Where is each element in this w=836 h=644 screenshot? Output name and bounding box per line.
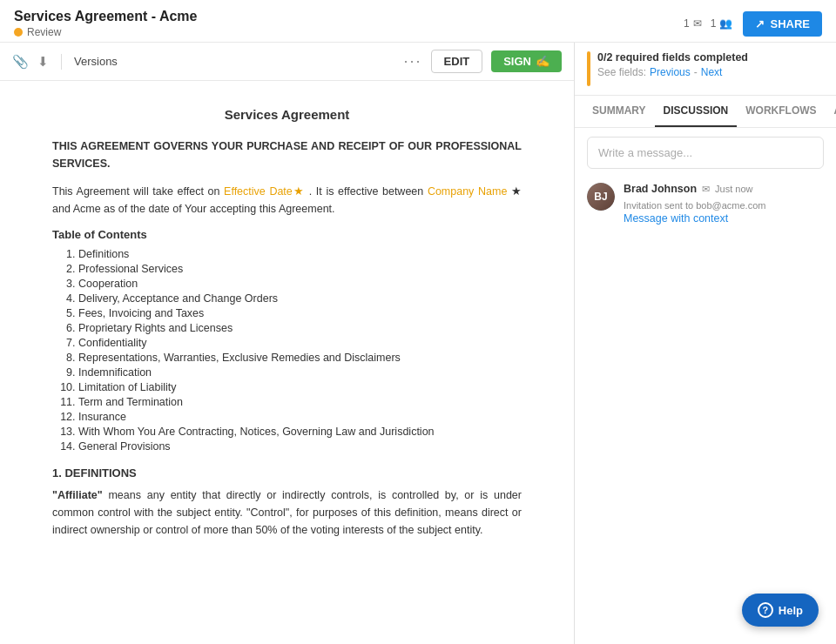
- avatar-image: BJ: [587, 183, 615, 211]
- toc-item: Delivery, Acceptance and Change Orders: [78, 292, 522, 305]
- message-author: Brad Johnson: [624, 183, 697, 195]
- mail-icon: ✉: [693, 17, 702, 30]
- share-button[interactable]: ↗ SHARE: [743, 11, 822, 37]
- discussion-area: Write a message... BJ Brad Johnson ✉ Jus…: [575, 128, 836, 644]
- tab-summary[interactable]: SUMMARY: [583, 96, 655, 127]
- message-context-link[interactable]: Message with context: [624, 212, 824, 225]
- section1-text: "Affiliate" means any entity that direct…: [52, 486, 522, 539]
- help-label: Help: [779, 604, 803, 617]
- download-icon[interactable]: ⬇: [37, 54, 49, 70]
- document-panel: 📎 ⬇ Versions ··· EDIT SIGN ✍ Services Ag…: [0, 43, 575, 644]
- fields-info: 0/2 required fields completed See fields…: [597, 51, 824, 78]
- pen-icon: ✍: [536, 55, 549, 68]
- header-right: 1 ✉ 1 👥 ↗ SHARE: [684, 11, 822, 37]
- toc-item: Representations, Warranties, Exclusive R…: [78, 352, 522, 364]
- message-item: BJ Brad Johnson ✉ Just now Invitation se…: [587, 183, 824, 225]
- toolbar-divider: [61, 54, 62, 70]
- tabs-bar: SUMMARY DISCUSSION WORKFLOWS AUDIT ⋮: [575, 96, 836, 128]
- toc-item: General Provisions: [78, 440, 522, 453]
- main-layout: 📎 ⬇ Versions ··· EDIT SIGN ✍ Services Ag…: [0, 43, 836, 644]
- toc-item: Indemnification: [78, 366, 522, 379]
- toc-item: Professional Services: [78, 263, 522, 275]
- message-time: Just now: [715, 184, 752, 194]
- edit-button[interactable]: EDIT: [431, 50, 483, 73]
- section1-heading: 1. DEFINITIONS: [52, 466, 522, 480]
- doc-heading: Services Agreement: [52, 107, 522, 122]
- email-icon: ✉: [702, 184, 710, 195]
- fields-title: 0/2 required fields completed: [597, 51, 824, 64]
- toc-list: DefinitionsProfessional ServicesCooperat…: [52, 248, 522, 453]
- doc-effective: This Agreement will take effect on Effec…: [52, 183, 522, 218]
- fields-banner: 0/2 required fields completed See fields…: [575, 43, 836, 96]
- toc-item: Proprietary Rights and Licenses: [78, 322, 522, 334]
- toc-item: Insurance: [78, 411, 522, 423]
- mail-notification[interactable]: 1 ✉: [684, 17, 702, 30]
- message-header: Brad Johnson ✉ Just now Invitation sent …: [624, 183, 824, 211]
- sign-button[interactable]: SIGN ✍: [491, 50, 562, 72]
- avatar: BJ: [587, 183, 615, 211]
- tab-discussion[interactable]: DISCUSSION: [655, 96, 738, 127]
- help-icon: ?: [758, 602, 773, 618]
- company-name: Company Name: [428, 185, 507, 198]
- review-label: Review: [27, 26, 61, 38]
- mail-count: 1: [684, 17, 690, 30]
- toc-item: Fees, Invoicing and Taxes: [78, 307, 522, 319]
- fields-nav: See fields: Previous - Next: [597, 66, 824, 78]
- people-notification[interactable]: 1 👥: [711, 17, 733, 30]
- fields-dash: -: [694, 66, 698, 78]
- share-label: SHARE: [770, 17, 810, 30]
- doc-toolbar: 📎 ⬇ Versions ··· EDIT SIGN ✍: [0, 43, 574, 81]
- document-content: Services Agreement THIS AGREEMENT GOVERN…: [0, 81, 574, 644]
- tab-workflows[interactable]: WORKFLOWS: [737, 96, 825, 127]
- toc-title: Table of Contents: [52, 228, 522, 241]
- toc-item: Cooperation: [78, 278, 522, 290]
- help-button[interactable]: ? Help: [742, 594, 819, 627]
- toc-item: Term and Termination: [78, 396, 522, 408]
- paperclip-icon[interactable]: 📎: [12, 54, 29, 70]
- tab-audit[interactable]: AUDIT: [826, 96, 836, 127]
- people-icon: 👥: [719, 17, 732, 30]
- people-count: 1: [711, 17, 717, 30]
- share-icon: ↗: [755, 17, 765, 30]
- more-options-icon[interactable]: ···: [404, 52, 422, 70]
- versions-label[interactable]: Versions: [74, 55, 118, 68]
- toc-item: With Whom You Are Contracting, Notices, …: [78, 426, 522, 438]
- sign-label: SIGN: [503, 55, 531, 68]
- effective-before: This Agreement will take effect on: [52, 185, 219, 198]
- header: Services Agreement - Acme Review 1 ✉ 1 👥…: [0, 0, 836, 43]
- message-input[interactable]: Write a message...: [587, 137, 824, 169]
- toc-item: Confidentiality: [78, 337, 522, 349]
- doc-intro: THIS AGREEMENT GOVERNS YOUR PURCHASE AND…: [52, 138, 522, 172]
- header-left: Services Agreement - Acme Review: [14, 9, 197, 38]
- message-sub: Invitation sent to bob@acme.com: [624, 200, 765, 211]
- toc-item: Definitions: [78, 248, 522, 260]
- message-body: Brad Johnson ✉ Just now Invitation sent …: [624, 183, 824, 225]
- doc-title: Services Agreement - Acme: [14, 9, 197, 24]
- effective-mid: . It is effective between: [309, 185, 424, 198]
- fields-accent: [587, 51, 590, 86]
- effective-date: Effective Date★: [224, 185, 305, 198]
- previous-link[interactable]: Previous: [650, 66, 691, 78]
- toc-item: Limitation of Liability: [78, 381, 522, 393]
- review-badge: Review: [14, 26, 197, 38]
- review-dot: [14, 28, 23, 37]
- next-link[interactable]: Next: [701, 66, 723, 78]
- notification-group: 1 ✉ 1 👥: [684, 17, 732, 30]
- see-fields-label: See fields:: [597, 66, 646, 78]
- right-panel: 0/2 required fields completed See fields…: [575, 43, 836, 644]
